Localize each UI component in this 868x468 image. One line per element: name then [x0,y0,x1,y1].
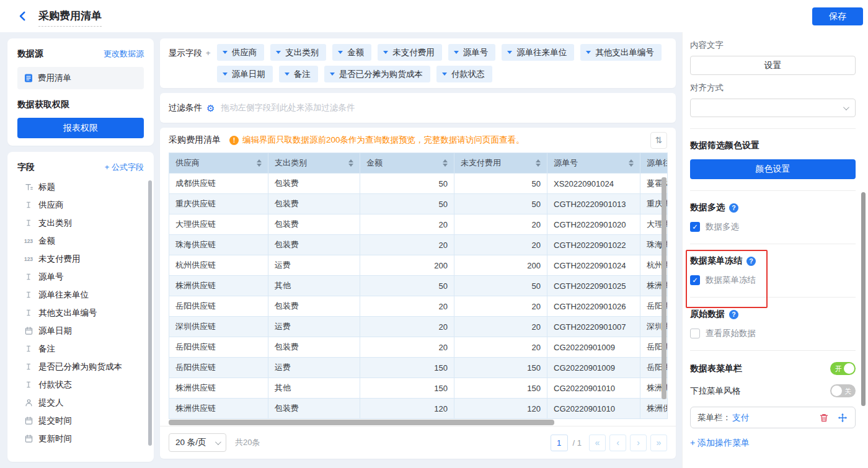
table-row[interactable]: 大理供应链包装费2020CGTH20220901020大理供应链 [169,214,668,235]
text-field-icon [24,309,33,317]
add-formula-field-link[interactable]: + 公式字段 [105,162,144,173]
help-icon[interactable]: ? [729,310,738,319]
column-header[interactable]: 金额 [360,153,454,174]
text-field-icon [24,273,33,281]
trash-icon[interactable] [818,412,830,423]
table-cell: 包装费 [268,214,360,235]
sort-icon[interactable] [257,159,262,167]
table-cell: 50 [360,276,454,296]
raw-data-checkbox[interactable]: 查看原始数据 [690,328,856,339]
column-header[interactable]: 源单号 [547,153,640,174]
table-cell: 岳阳供应链 [169,296,268,317]
field-item[interactable]: 源单号 [17,268,144,286]
column-header[interactable]: 供应商 [169,153,268,174]
table-row[interactable]: 株洲供应链其他5050CGTH20220901025株洲供应链 [169,276,668,296]
help-icon[interactable]: ? [729,203,738,213]
column-header[interactable]: 支出类别 [268,153,360,174]
table-row[interactable]: 株洲供应链包装费120120CG20220901010株洲供应链 [169,399,668,419]
display-field-chip[interactable]: 备注 [279,66,318,82]
sort-icon[interactable] [536,159,541,167]
help-icon[interactable]: ? [746,257,756,266]
display-field-chip[interactable]: 未支付费用 [378,44,442,61]
color-settings-button[interactable]: 颜色设置 [690,159,856,179]
table-row[interactable]: 重庆供应链包装费5050CGTH20220901013重庆供应链 [169,194,668,214]
page-scrollbar[interactable] [861,192,866,406]
change-datasource-link[interactable]: 更改数据源 [104,48,144,60]
table-row[interactable]: 株洲供应链其他150150CG20220901010株洲供应链 [169,378,668,399]
move-icon[interactable] [837,412,848,423]
menubar-toggle[interactable]: 开 [830,362,856,375]
checkbox-unchecked-icon [690,329,700,338]
table-row[interactable]: 珠海供应链包装费2020CGTH20220901022珠海供应链 [169,235,668,255]
table-row[interactable]: 岳阳供应链运费150150CG20220901009岳阳供应链 [169,358,668,378]
table-row[interactable]: 岳阳供应链包装费2020CGTH20220901026岳阳供应链 [169,296,668,317]
field-item[interactable]: 备注 [17,340,144,358]
table-row[interactable]: 深圳供应链运费2020CGTH20220901007深圳供应链 [169,317,668,337]
table-cell: 150 [360,358,454,378]
field-item[interactable]: 付款状态 [17,376,144,394]
field-item[interactable]: 标题 [17,178,144,196]
field-item[interactable]: 提交时间 [17,412,144,430]
display-field-chip[interactable]: 支出类别 [270,44,326,61]
menu-item-pay-link[interactable]: 支付 [732,412,749,423]
page-size-select[interactable]: 20 条/页 [169,433,226,452]
sort-icon[interactable] [348,159,353,167]
page-number-input[interactable]: 1 [551,435,568,451]
fields-scrollbar[interactable] [148,180,152,446]
gear-icon[interactable]: ⚙ [206,104,215,113]
field-item[interactable]: 其他支出单编号 [17,304,144,322]
field-item[interactable]: 是否已分摊为购货成本 [17,358,144,376]
sort-order-button[interactable]: ⇅ [650,132,667,149]
table-cell: 50 [454,194,547,214]
display-field-chip[interactable]: 源单号 [448,44,496,61]
horizontal-scrollbar[interactable] [169,420,554,425]
add-display-field-button[interactable]: + [206,48,211,58]
datasource-item[interactable]: 费用清单 [17,67,144,89]
field-item[interactable]: 支出类别 [17,214,144,232]
sort-icon[interactable] [443,159,448,167]
prev-page-button[interactable]: ‹ [609,435,626,451]
field-item-label: 支出类别 [38,218,72,229]
menu-bar-item[interactable]: 菜单栏： 支付 [690,407,856,428]
display-field-chip[interactable]: 是否已分摊为购货成本 [324,66,430,82]
save-button[interactable]: 保存 [812,7,863,25]
field-item[interactable]: 源单往来单位 [17,286,144,304]
column-header[interactable]: 源单往来单位 [640,153,668,174]
field-item[interactable]: 供应商 [17,196,144,214]
back-button[interactable] [17,10,29,22]
report-permission-button[interactable]: 报表权限 [17,118,144,138]
field-item[interactable]: 123金额 [17,232,144,250]
table-cell: 20 [360,337,454,358]
last-page-button[interactable]: » [650,435,667,451]
field-item[interactable]: 提交人 [17,394,144,412]
table-scrollbar[interactable] [662,177,666,399]
table-row[interactable]: 岳阳供应链包装费2020CG20220901009岳阳供应链 [169,337,668,358]
number-field-icon: 123 [24,238,33,244]
dropdown-style-toggle[interactable]: 关 [830,384,856,397]
table-cell: 120 [360,399,454,419]
add-action-menu-link[interactable]: + 添加操作菜单 [690,438,750,449]
topbar: 采购费用清单 保存 [0,0,868,32]
field-item[interactable]: 123未支付费用 [17,250,144,268]
align-select[interactable] [690,99,856,117]
display-field-chip[interactable]: 其他支出单编号 [580,44,662,61]
display-field-chip[interactable]: 付款状态 [436,66,492,82]
table-row[interactable]: 杭州供应链运费200200CGTH20220901024杭州供应链 [169,255,668,276]
next-page-button[interactable]: › [630,435,647,451]
table-row[interactable]: 成都供应链包装费5050XS20220901024蔓霍材料 [169,174,668,194]
column-header-label: 未支付费用 [461,157,501,169]
field-item[interactable]: 更新时间 [17,430,144,448]
menu-freeze-checkbox[interactable]: ✓ 数据菜单冻结 [690,275,856,286]
multi-select-checkbox[interactable]: ✓ 数据多选 [690,221,856,232]
display-field-chip[interactable]: 供应商 [217,44,265,61]
field-item[interactable]: 源单日期 [17,322,144,340]
datasource-title: 数据源 [17,48,43,60]
first-page-button[interactable]: « [589,435,606,451]
sort-icon[interactable] [629,159,634,167]
display-field-chip[interactable]: 金额 [332,44,371,61]
content-settings-button[interactable]: 设置 [690,56,856,75]
toggle-knob [844,363,854,374]
display-field-chip[interactable]: 源单往来单位 [502,44,574,61]
display-field-chip[interactable]: 源单日期 [217,66,273,82]
column-header[interactable]: 未支付费用 [454,153,547,174]
